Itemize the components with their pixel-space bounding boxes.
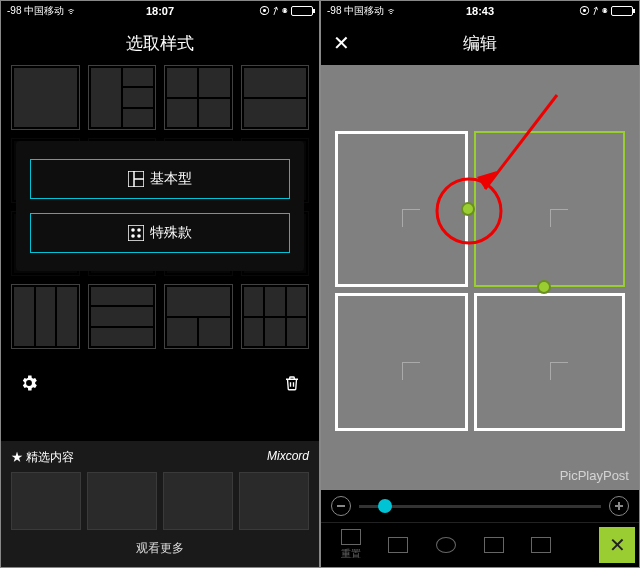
layout-cell-tr[interactable]: [474, 131, 625, 287]
status-bar: -98 中国移动ᯤ 18:07 ⦿ ↗ ◉: [1, 1, 319, 21]
clock: 18:43: [321, 5, 639, 17]
tool-icon: [388, 537, 408, 553]
zoom-knob[interactable]: [378, 499, 392, 513]
see-more-button[interactable]: 观看更多: [11, 536, 309, 561]
bottom-bar: 重置 ✕: [321, 489, 639, 567]
option-special-button[interactable]: 特殊款: [30, 213, 290, 253]
cancel-button[interactable]: ✕: [599, 527, 635, 563]
settings-button[interactable]: [19, 373, 39, 393]
tool-icon: [484, 537, 504, 553]
tool-icon: [531, 537, 551, 553]
zoom-slider-row: [321, 489, 639, 523]
tool-reset[interactable]: 重置: [341, 529, 361, 561]
watermark: PicPlayPost: [560, 468, 629, 483]
featured-item[interactable]: [239, 472, 309, 530]
option-basic-label: 基本型: [150, 170, 192, 188]
layout-cell-tl[interactable]: [335, 131, 468, 287]
zoom-in-icon[interactable]: [609, 496, 629, 516]
dots-icon: [128, 225, 144, 241]
screen-select-style: -98 中国移动ᯤ 18:07 ⦿ ↗ ◉ 选取样式: [0, 0, 320, 568]
zoom-out-icon[interactable]: [331, 496, 351, 516]
nav-bar: ✕ 编辑: [321, 21, 639, 65]
clock: 18:07: [1, 5, 319, 17]
battery-icon: [291, 6, 313, 16]
template-thumb[interactable]: [11, 284, 80, 349]
grid-icon: [128, 171, 144, 187]
battery-icon: [611, 6, 633, 16]
template-thumb[interactable]: [241, 284, 310, 349]
svg-point-4: [131, 228, 135, 232]
tool-4[interactable]: [484, 537, 504, 553]
featured-panel: ★ 精选内容 Mixcord 观看更多: [1, 441, 319, 567]
style-options-overlay: 基本型 特殊款: [16, 141, 304, 271]
layout-frame[interactable]: [335, 131, 625, 431]
tool-row: 重置: [321, 523, 639, 567]
trash-button[interactable]: [283, 373, 301, 393]
star-icon: ★: [11, 450, 23, 464]
template-thumb[interactable]: [88, 65, 157, 130]
tool-3[interactable]: [436, 537, 456, 553]
screen-edit: -98 中国移动ᯤ 18:43 ⦿ ↗ ◉ ✕ 编辑 PicPla: [320, 0, 640, 568]
tool-5[interactable]: [531, 537, 551, 553]
featured-item[interactable]: [87, 472, 157, 530]
layout-cell-br[interactable]: [474, 293, 625, 431]
option-basic-button[interactable]: 基本型: [30, 159, 290, 199]
status-bar: -98 中国移动ᯤ 18:43 ⦿ ↗ ◉: [321, 1, 639, 21]
layout-cell-bl[interactable]: [335, 293, 468, 431]
reset-icon: [341, 529, 361, 545]
template-thumb[interactable]: [164, 284, 233, 349]
featured-header: ★ 精选内容: [11, 449, 74, 466]
tool-icon: [436, 537, 456, 553]
featured-item[interactable]: [11, 472, 81, 530]
brand-label: Mixcord: [267, 449, 309, 466]
action-row: [1, 368, 319, 398]
zoom-slider[interactable]: [359, 505, 601, 508]
page-title: 编辑: [463, 32, 497, 55]
featured-item[interactable]: [163, 472, 233, 530]
svg-point-7: [137, 234, 141, 238]
nav-bar: 选取样式: [1, 21, 319, 65]
svg-point-5: [137, 228, 141, 232]
tool-2[interactable]: [388, 537, 408, 553]
svg-rect-3: [128, 225, 144, 241]
template-thumb[interactable]: [88, 284, 157, 349]
svg-point-6: [131, 234, 135, 238]
option-special-label: 特殊款: [150, 224, 192, 242]
page-title: 选取样式: [126, 32, 194, 55]
featured-thumbs: [11, 472, 309, 530]
resize-handle-h[interactable]: [537, 280, 551, 294]
template-thumb[interactable]: [241, 65, 310, 130]
template-thumb[interactable]: [11, 65, 80, 130]
template-thumb[interactable]: [164, 65, 233, 130]
close-button[interactable]: ✕: [333, 31, 350, 55]
